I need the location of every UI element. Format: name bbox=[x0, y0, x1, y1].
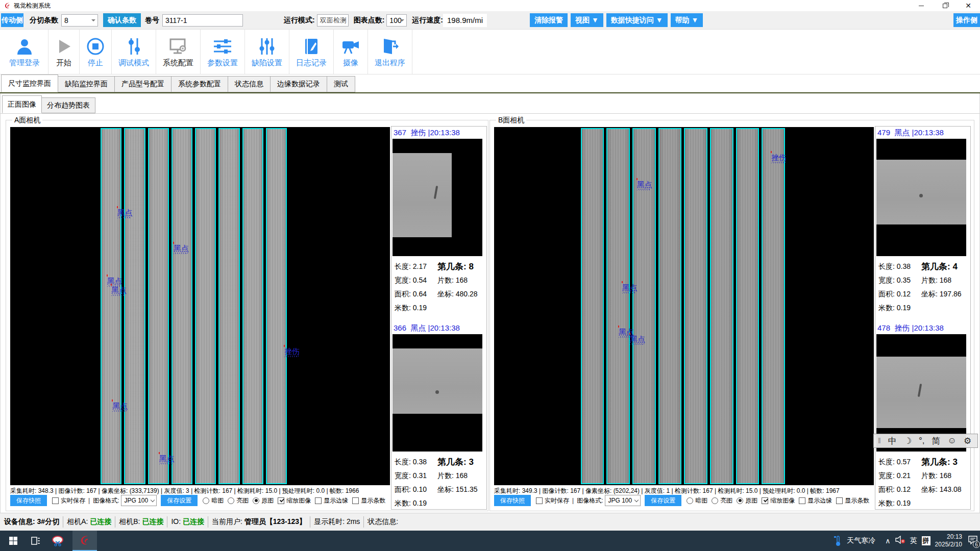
tab-test[interactable]: 测试 bbox=[327, 76, 355, 92]
show-edge-checkbox[interactable] bbox=[315, 497, 322, 504]
start-button[interactable]: 开始 bbox=[48, 30, 80, 74]
app-status-bar: 设备信息: 3#分切 相机A: 已连接 相机B: 已连接 IO: 已连接 当前用… bbox=[0, 513, 980, 531]
drive-side-button[interactable]: 传动侧 bbox=[1, 13, 23, 27]
ime-indicator[interactable]: 拼 bbox=[922, 536, 930, 545]
defect-settings-button[interactable]: 缺陷设置 bbox=[245, 30, 289, 74]
notification-button[interactable]: 6 bbox=[968, 535, 978, 546]
param-settings-button[interactable]: 参数设置 bbox=[201, 30, 245, 74]
subtab-trend-chart[interactable]: 分布趋势图表 bbox=[41, 97, 95, 113]
capture-button[interactable]: 摄像 bbox=[334, 30, 368, 74]
exit-program-button[interactable]: 退出程序 bbox=[368, 30, 412, 74]
snipping-tool-icon bbox=[52, 535, 65, 546]
defect-thumbnail bbox=[876, 139, 966, 256]
save-snapshot-button[interactable]: 保存快照 bbox=[10, 495, 47, 506]
app-logo-icon bbox=[4, 2, 11, 9]
windows-logo-icon bbox=[9, 537, 17, 545]
realtime-save-checkbox[interactable] bbox=[52, 497, 59, 504]
stop-button[interactable]: 停止 bbox=[80, 30, 112, 74]
login-button[interactable]: 管理登录 bbox=[1, 30, 48, 74]
defect-label: 黑点 bbox=[159, 455, 175, 464]
start-button[interactable] bbox=[2, 531, 24, 551]
zoom-image-checkbox[interactable] bbox=[278, 497, 284, 504]
run-mode-combo[interactable]: 双面检测 bbox=[317, 14, 349, 27]
show-strips-checkbox[interactable] bbox=[836, 497, 843, 504]
simplified-chinese[interactable]: 简 bbox=[932, 435, 941, 447]
punctuation-mode-icon[interactable]: °, bbox=[919, 436, 925, 446]
film-strip bbox=[736, 128, 760, 484]
chart-points-combo[interactable]: 100 bbox=[386, 14, 407, 27]
run-mode-label: 运行模式: bbox=[284, 16, 315, 25]
tab-size-monitor[interactable]: 尺寸监控界面 bbox=[1, 74, 58, 92]
tab-product-model[interactable]: 产品型号配置 bbox=[114, 76, 172, 92]
data-quick-access-button[interactable]: 数据快捷访问 ▼ bbox=[606, 13, 668, 27]
view-menu-button[interactable]: 视图 ▼ bbox=[571, 13, 603, 27]
tab-status-info[interactable]: 状态信息 bbox=[228, 76, 271, 92]
system-config-button[interactable]: 系统配置 bbox=[156, 30, 201, 74]
defect-card: 366 黑点 |20:13:38 长度: 0.38第几条: 3 宽度: 0.31… bbox=[391, 322, 486, 510]
save-snapshot-button[interactable]: 保存快照 bbox=[494, 495, 531, 506]
taskbar-app-active[interactable] bbox=[72, 531, 97, 551]
debug-mode-button[interactable]: 调试模式 bbox=[112, 30, 156, 74]
original-image-radio[interactable] bbox=[737, 497, 743, 504]
roll-label: 卷号 bbox=[145, 16, 159, 25]
restore-button[interactable] bbox=[933, 0, 957, 11]
film-strip bbox=[124, 128, 145, 484]
film-strip bbox=[172, 128, 192, 484]
tab-defect-monitor[interactable]: 缺陷监控界面 bbox=[58, 76, 115, 92]
moon-icon[interactable]: ☽ bbox=[904, 436, 912, 446]
save-settings-button[interactable]: 保存设置 bbox=[161, 495, 198, 506]
tab-system-params[interactable]: 系统参数配置 bbox=[171, 76, 228, 92]
image-format-combo[interactable]: JPG 100 bbox=[605, 495, 641, 506]
show-strips-checkbox[interactable] bbox=[352, 497, 359, 504]
minimize-button[interactable] bbox=[910, 0, 933, 11]
ime-chinese-mode[interactable]: 中 bbox=[888, 435, 897, 447]
speaker-muted-icon[interactable] bbox=[895, 536, 905, 546]
param-sliders-icon bbox=[213, 36, 232, 57]
film-strip bbox=[710, 128, 733, 484]
log-record-button[interactable]: 日志记录 bbox=[289, 30, 334, 74]
operator-side-button[interactable]: 操作侧 bbox=[953, 13, 980, 27]
slit-count-combo[interactable]: 8 bbox=[61, 14, 98, 27]
ime-floating-bar[interactable]: ‖ 中 ☽ °, 简 ☺ ⚙ bbox=[873, 434, 978, 448]
dark-image-radio[interactable] bbox=[203, 497, 209, 504]
help-menu-button[interactable]: 帮助 ▼ bbox=[671, 13, 703, 27]
lang-indicator[interactable]: 英 bbox=[910, 536, 917, 545]
realtime-save-checkbox[interactable] bbox=[536, 497, 543, 504]
clear-alarm-button[interactable]: 清除报警 bbox=[530, 13, 568, 27]
zoom-image-checkbox[interactable] bbox=[762, 497, 768, 504]
dark-image-radio[interactable] bbox=[687, 497, 693, 504]
defect-label: 黑点 bbox=[174, 244, 189, 254]
title-bar: 视觉检测系统 ✕ bbox=[0, 0, 980, 11]
roll-input[interactable]: 3117-1 bbox=[162, 14, 243, 27]
original-image-radio[interactable] bbox=[253, 497, 259, 504]
show-edge-checkbox[interactable] bbox=[799, 497, 805, 504]
weather-text[interactable]: 天气寒冷 bbox=[847, 536, 875, 545]
clock[interactable]: 20:13 2025/2/10 bbox=[935, 533, 962, 548]
snipping-tool-button[interactable] bbox=[47, 531, 69, 551]
save-settings-button[interactable]: 保存设置 bbox=[645, 495, 681, 506]
tray-expand-chevron[interactable]: ∧ bbox=[885, 537, 890, 545]
ime-drag-handle[interactable]: ‖ bbox=[878, 437, 881, 445]
task-view-button[interactable] bbox=[24, 531, 47, 551]
bright-image-radio[interactable] bbox=[228, 497, 234, 504]
smiley-icon[interactable]: ☺ bbox=[948, 436, 957, 446]
defect-label: 黑点 bbox=[111, 286, 127, 296]
tab-edge-data[interactable]: 边缘数据记录 bbox=[270, 76, 327, 92]
confirm-count-button[interactable]: 确认条数 bbox=[103, 13, 141, 27]
gear-icon[interactable]: ⚙ bbox=[964, 436, 971, 446]
debug-sliders-icon bbox=[125, 36, 143, 57]
image-format-combo[interactable]: JPG 100 bbox=[121, 495, 157, 506]
subtab-front-image[interactable]: 正面图像 bbox=[2, 95, 42, 113]
bright-image-radio[interactable] bbox=[712, 497, 718, 504]
icon-toolbar: 管理登录 开始 停止 调试模式 系统配置 参数设置 缺陷设置 日志记录 摄像 退… bbox=[0, 30, 980, 74]
close-button[interactable]: ✕ bbox=[957, 0, 980, 11]
camera-b-defect-panel: 479 黑点 |20:13:38 长度: 0.38第几条: 4 宽度: 0.35… bbox=[875, 126, 971, 510]
film-strip bbox=[606, 128, 630, 484]
camera-a-image: 黑点黑点黑点黑点挫伤黑点黑点 bbox=[10, 127, 390, 485]
film-strip bbox=[195, 128, 216, 484]
play-icon bbox=[55, 36, 72, 57]
thermometer-icon[interactable] bbox=[834, 535, 842, 546]
film-strip bbox=[101, 128, 121, 484]
defect-label: 挫伤 bbox=[284, 347, 300, 357]
film-strip bbox=[762, 128, 785, 484]
